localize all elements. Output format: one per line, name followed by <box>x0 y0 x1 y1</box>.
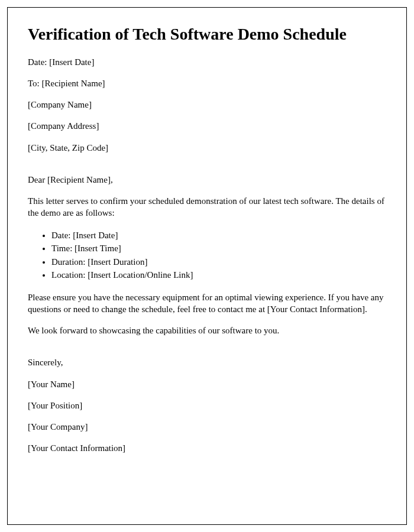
detail-duration: Duration: [Insert Duration] <box>51 255 386 269</box>
document-title: Verification of Tech Software Demo Sched… <box>28 24 386 44</box>
body-paragraph-1: Please ensure you have the necessary equ… <box>28 291 386 316</box>
closing-sincerely: Sincerely, <box>28 356 386 368</box>
intro-paragraph: This letter serves to confirm your sched… <box>28 195 386 219</box>
body-paragraph-2: We look forward to showcasing the capabi… <box>28 325 386 336</box>
document-page: Verification of Tech Software Demo Sched… <box>7 7 407 525</box>
closing-position: [Your Position] <box>28 400 386 411</box>
demo-details-list: Date: [Insert Date] Time: [Insert Time] … <box>51 229 386 282</box>
detail-location: Location: [Insert Location/Online Link] <box>51 268 386 282</box>
to-line: To: [Recipient Name] <box>28 77 386 89</box>
detail-date: Date: [Insert Date] <box>51 229 386 242</box>
closing-contact: [Your Contact Information] <box>28 442 386 454</box>
closing-name: [Your Name] <box>28 378 386 390</box>
detail-time: Time: [Insert Time] <box>51 242 386 255</box>
company-address-line: [Company Address] <box>28 120 386 132</box>
company-name-line: [Company Name] <box>28 99 386 111</box>
city-state-zip-line: [City, State, Zip Code] <box>28 142 386 154</box>
date-line: Date: [Insert Date] <box>28 56 386 68</box>
closing-company: [Your Company] <box>28 421 386 433</box>
salutation: Dear [Recipient Name], <box>28 174 386 186</box>
